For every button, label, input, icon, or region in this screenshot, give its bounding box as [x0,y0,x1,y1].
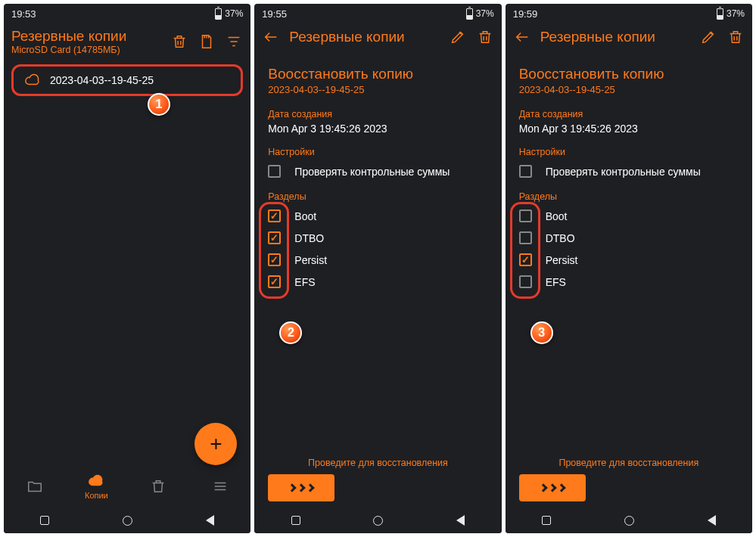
back-arrow-button[interactable] [513,28,531,46]
checksum-row[interactable]: Проверять контрольные суммы [268,160,487,182]
backup-name: 2023-04-03--19-45-25 [50,74,154,86]
title-block: Резервные копии MicroSD Card (14785МБ) [11,28,161,55]
phone-screen-3: 19:59 37% Резервные копии Воосстановить … [506,4,752,533]
status-right: 37% [215,8,243,20]
edit-button[interactable] [699,28,717,46]
backup-list-item[interactable]: 2023-04-03--19-45-25 [11,64,243,96]
delete-button[interactable] [170,33,188,51]
partition-checkbox[interactable] [268,231,281,244]
partition-row-dtbo[interactable]: DTBO [268,227,487,249]
settings-label: Настройки [519,147,739,157]
chevron-right-icon [539,483,547,492]
system-nav [506,508,752,533]
app-header: Резервные копии MicroSD Card (14785МБ) [4,23,250,60]
partition-checkbox[interactable] [268,275,281,288]
chevron-right-icon [297,483,306,492]
partition-row-persist[interactable]: Persist [268,249,487,271]
recent-apps-button[interactable] [291,516,300,525]
partition-row-dtbo[interactable]: DTBO [519,227,739,249]
swipe-restore-button[interactable] [268,474,334,501]
partition-row-efs[interactable]: EFS [519,271,739,293]
chevron-right-icon [288,483,297,492]
checksum-row[interactable]: Проверять контрольные суммы [519,160,739,182]
edit-button[interactable] [449,28,467,46]
partition-name: EFS [294,276,315,288]
partition-row-boot[interactable]: Boot [268,205,487,227]
partition-row-persist[interactable]: Persist [519,249,739,271]
phone-screen-1: 19:53 37% Резервные копии MicroSD Card (… [4,4,250,533]
filter-button[interactable] [225,33,243,51]
status-right: 37% [717,8,745,20]
partition-name: Boot [546,210,568,222]
partition-name: DTBO [294,232,324,244]
partition-row-boot[interactable]: Boot [519,205,739,227]
home-button[interactable] [624,516,634,526]
partition-checkbox[interactable] [519,231,532,244]
status-right: 37% [466,8,494,20]
status-bar: 19:55 37% [254,4,501,23]
system-nav [254,508,501,533]
back-button[interactable] [456,515,465,526]
app-title: Резервные копии [540,29,690,45]
recent-apps-button[interactable] [542,516,551,525]
sdcard-button[interactable] [198,33,216,51]
home-button[interactable] [373,516,383,526]
back-button[interactable] [708,515,716,526]
nav-trash[interactable] [135,478,181,495]
app-title: Резервные копии [289,29,439,45]
partition-checkbox[interactable] [519,210,532,222]
nav-menu[interactable] [198,478,243,495]
restore-title: Воосстановить копию [268,66,487,82]
nav-copies[interactable]: Копии [73,473,119,500]
partitions-list: Boot DTBO Persist EFS [268,205,487,293]
delete-button[interactable] [726,28,745,46]
chevron-right-icon [557,483,565,492]
partition-checkbox[interactable] [519,275,532,288]
restore-content: Воосстановить копию 2023-04-03--19-45-25… [254,51,501,458]
partition-checkbox[interactable] [268,210,281,222]
swipe-hint: Проведите для восстановления [506,458,752,468]
partition-checkbox[interactable] [519,253,532,266]
restore-subtitle: 2023-04-03--19-45-25 [268,84,487,95]
back-arrow-button[interactable] [262,28,280,46]
battery-icon [215,8,222,20]
partition-name: Persist [546,254,578,266]
nav-folder[interactable] [12,478,58,495]
status-bar: 19:53 37% [4,4,250,23]
battery-pct: 37% [726,8,745,19]
checksum-checkbox[interactable] [519,165,532,178]
date-value: Mon Apr 3 19:45:26 2023 [519,123,739,135]
restore-content: Воосстановить копию 2023-04-03--19-45-25… [506,51,752,458]
fab-add-button[interactable]: + [194,423,237,465]
battery-pct: 37% [476,8,494,19]
status-time: 19:53 [11,8,36,20]
swipe-hint: Проведите для восстановления [254,458,501,468]
delete-button[interactable] [476,28,494,46]
partition-row-efs[interactable]: EFS [268,271,487,293]
recent-apps-button[interactable] [40,516,49,525]
bottom-nav: Копии [4,462,250,508]
back-button[interactable] [206,515,214,526]
home-button[interactable] [123,516,132,526]
battery-pct: 37% [225,8,243,19]
settings-label: Настройки [268,147,487,157]
partition-checkbox[interactable] [268,253,281,266]
swipe-restore-button[interactable] [519,474,586,501]
storage-subtitle: MicroSD Card (14785МБ) [11,45,161,55]
partitions-label: Разделы [268,191,487,202]
nav-copies-label: Копии [85,491,108,500]
date-label: Дата создания [268,109,487,120]
phone-screen-2: 19:55 37% Резервные копии Воосстановить … [254,4,501,533]
partition-name: EFS [546,276,566,288]
annotation-1: 1 [148,93,170,116]
plus-icon: + [210,432,222,456]
checksum-checkbox[interactable] [268,165,281,178]
date-value: Mon Apr 3 19:45:26 2023 [268,123,487,135]
date-label: Дата создания [519,109,739,120]
status-time: 19:59 [513,8,538,20]
status-bar: 19:59 37% [506,4,752,23]
restore-title: Воосстановить копию [519,66,739,82]
app-title: Резервные копии [11,28,161,45]
partitions-list: Boot DTBO Persist EFS [519,205,739,293]
partitions-label: Разделы [519,191,739,202]
